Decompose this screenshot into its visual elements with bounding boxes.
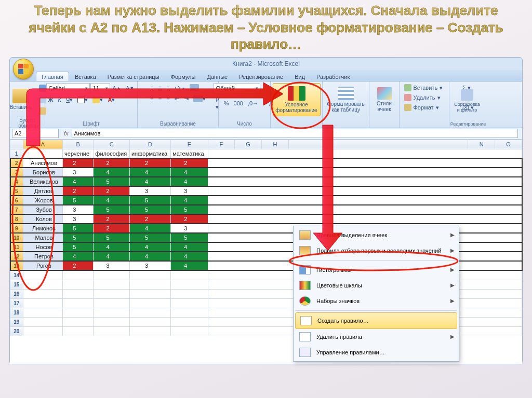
row-header-8[interactable]: 8 bbox=[10, 214, 23, 224]
format-as-table-button[interactable]: Форматировать как таблицу bbox=[323, 83, 368, 116]
merge-button[interactable]: ▾ bbox=[191, 94, 208, 103]
cell-D7[interactable]: 5 bbox=[129, 205, 170, 214]
cell-A10[interactable]: Малов bbox=[23, 233, 62, 242]
cell-C9[interactable]: 2 bbox=[94, 224, 130, 233]
col-header-F[interactable]: F bbox=[208, 140, 235, 149]
row-header-5[interactable]: 5 bbox=[10, 186, 23, 196]
border-button[interactable]: ▾ bbox=[75, 95, 90, 104]
cell-A9[interactable]: Лимонов bbox=[23, 224, 62, 233]
indent-inc-button[interactable]: ⇥ bbox=[182, 94, 191, 103]
cell-B3[interactable]: 3 bbox=[63, 168, 94, 177]
menu-manage-rules[interactable]: Управление правилами… bbox=[295, 345, 458, 360]
orientation-button[interactable]: ⭯ ▾ bbox=[172, 83, 187, 92]
tab-insert[interactable]: Вставка bbox=[69, 72, 102, 81]
cell-E10[interactable]: 5 bbox=[171, 233, 208, 242]
cell-C12[interactable]: 4 bbox=[94, 252, 130, 261]
percent-button[interactable]: % bbox=[222, 95, 231, 112]
cell-A8[interactable]: Колов bbox=[23, 214, 62, 224]
conditional-formatting-button[interactable]: Условное форматирование bbox=[273, 83, 321, 116]
cell-A1[interactable] bbox=[23, 149, 62, 158]
cell-C7[interactable]: 5 bbox=[94, 205, 130, 214]
cell-A4[interactable]: Великанов bbox=[23, 177, 62, 186]
cell-E5[interactable]: 3 bbox=[171, 186, 208, 196]
col-header-C[interactable]: C bbox=[94, 140, 130, 149]
cell-C2[interactable]: 2 bbox=[94, 158, 130, 168]
inc-decimal-button[interactable]: ,0→ bbox=[246, 95, 260, 112]
cell-A18[interactable] bbox=[23, 308, 62, 317]
cell-rest-7[interactable] bbox=[208, 205, 522, 214]
row-header-13[interactable]: 13 bbox=[10, 261, 23, 270]
cell-C6[interactable]: 4 bbox=[94, 196, 130, 205]
underline-button[interactable]: Ч ▾ bbox=[64, 95, 75, 104]
office-button[interactable] bbox=[13, 59, 34, 79]
cell-C8[interactable]: 2 bbox=[94, 214, 130, 224]
cell-D9[interactable]: 4 bbox=[129, 224, 170, 233]
fill-color-button[interactable]: ▾ bbox=[90, 95, 105, 104]
row-header-7[interactable]: 7 bbox=[10, 205, 23, 214]
cell-D6[interactable]: 5 bbox=[129, 196, 170, 205]
cell-C13[interactable]: 3 bbox=[94, 261, 130, 270]
menu-color-scales[interactable]: Цветовые шкалы ▶ bbox=[295, 278, 458, 293]
cell-D5[interactable]: 3 bbox=[129, 186, 170, 196]
row-header-6[interactable]: 6 bbox=[10, 196, 23, 205]
cell-A14[interactable] bbox=[23, 270, 62, 280]
cell-B7[interactable]: 3 bbox=[63, 205, 94, 214]
cell-A5[interactable]: Дятлов bbox=[23, 186, 62, 196]
cell-A13[interactable]: Рогов bbox=[23, 261, 62, 270]
cell-D13[interactable]: 3 bbox=[129, 261, 170, 270]
tab-view[interactable]: Вид bbox=[289, 72, 311, 81]
align-bottom-button[interactable]: ≡ bbox=[164, 83, 171, 92]
cell-rest-2[interactable] bbox=[208, 158, 522, 168]
select-all-corner[interactable] bbox=[10, 140, 23, 149]
cell-D2[interactable]: 2 bbox=[129, 158, 170, 168]
cell-rest-3[interactable] bbox=[208, 168, 522, 177]
insert-cells-button[interactable]: Вставить ▾ bbox=[402, 83, 447, 92]
cell-B1[interactable]: черчение bbox=[63, 149, 94, 158]
cell-rest-4[interactable] bbox=[208, 177, 522, 186]
cell-B8[interactable]: 3 bbox=[63, 214, 94, 224]
row-header-11[interactable]: 11 bbox=[10, 242, 23, 252]
grow-font-button[interactable]: A▲ bbox=[111, 83, 123, 93]
row-header-2[interactable]: 2 bbox=[10, 158, 23, 168]
row-header-18[interactable]: 18 bbox=[10, 308, 23, 317]
cell-A17[interactable] bbox=[23, 298, 62, 308]
cell-B2[interactable]: 2 bbox=[63, 158, 94, 168]
row-header-16[interactable]: 16 bbox=[10, 289, 23, 298]
tab-developer[interactable]: Разработчик bbox=[311, 72, 355, 81]
format-cells-button[interactable]: Формат ▾ bbox=[402, 103, 447, 112]
col-header-G[interactable]: G bbox=[235, 140, 262, 149]
wrap-text-button[interactable] bbox=[188, 83, 201, 92]
font-size-select[interactable]: 11 bbox=[90, 83, 110, 93]
cell-B12[interactable]: 4 bbox=[63, 252, 94, 261]
name-box[interactable]: A2 bbox=[12, 129, 59, 138]
cell-D1[interactable]: информатика bbox=[129, 149, 170, 158]
cell-E4[interactable]: 4 bbox=[171, 177, 208, 186]
font-color-button[interactable]: А ▾ bbox=[105, 95, 117, 104]
cell-B5[interactable]: 2 bbox=[63, 186, 94, 196]
row-header-4[interactable]: 4 bbox=[10, 177, 23, 186]
tab-formulas[interactable]: Формулы bbox=[165, 72, 202, 81]
cell-B4[interactable]: 4 bbox=[63, 177, 94, 186]
col-header-E[interactable]: E bbox=[171, 140, 208, 149]
col-header-D[interactable]: D bbox=[129, 140, 170, 149]
tab-data[interactable]: Данные bbox=[201, 72, 233, 81]
paste-button[interactable]: Вставить bbox=[6, 83, 35, 116]
cell-E12[interactable]: 4 bbox=[171, 252, 208, 261]
cell-rest-1[interactable] bbox=[208, 149, 522, 158]
row-header-14[interactable]: 14 bbox=[10, 270, 23, 280]
tab-layout[interactable]: Разметка страницы bbox=[102, 72, 165, 81]
cell-A15[interactable] bbox=[23, 280, 62, 289]
cell-E13[interactable]: 4 bbox=[171, 261, 208, 270]
cell-C11[interactable]: 4 bbox=[94, 242, 130, 252]
cell-B11[interactable]: 5 bbox=[63, 242, 94, 252]
cell-B10[interactable]: 5 bbox=[63, 233, 94, 242]
cell-A12[interactable]: Петров bbox=[23, 252, 62, 261]
comma-button[interactable]: 000 bbox=[232, 95, 245, 112]
indent-dec-button[interactable]: ⇤ bbox=[172, 94, 181, 103]
italic-button[interactable]: К bbox=[56, 95, 63, 104]
col-header-rest[interactable] bbox=[288, 140, 468, 149]
menu-highlight-rules[interactable]: Правила выделения ячеек ▶ bbox=[295, 227, 458, 243]
cell-B9[interactable]: 5 bbox=[63, 224, 94, 233]
align-right-button[interactable]: ≡ bbox=[164, 94, 171, 103]
worksheet[interactable]: A B C D E F G H N O 1черчениефилософияин… bbox=[10, 140, 522, 364]
